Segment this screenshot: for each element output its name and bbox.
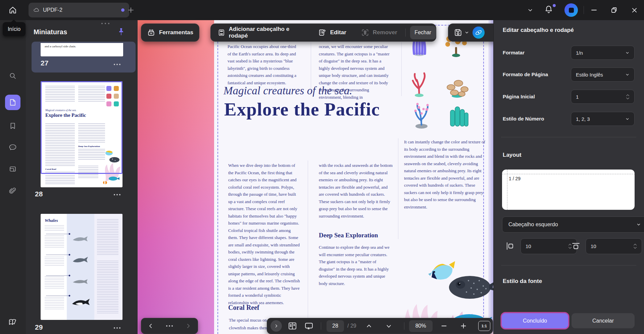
page-28-thumbnail[interactable]: Magical creatures of the sea. Explore th…: [41, 81, 122, 187]
thumbnail-row-27[interactable]: and a carboxyl side chain. 27: [32, 42, 136, 73]
bookmarks-button[interactable]: [5, 118, 20, 134]
top-margin-value: 10: [591, 243, 596, 249]
restore-button[interactable]: [608, 4, 620, 16]
stepper-arrows[interactable]: [626, 94, 630, 100]
remove-label: Remover: [373, 29, 397, 36]
edit-pencil-icon: [318, 29, 327, 37]
butterflyfish: [428, 238, 493, 280]
doc-col2-deep: Continue to explore the deep sea and we …: [319, 244, 393, 287]
bell-icon: [544, 5, 553, 14]
save-options-chevron-icon[interactable]: [464, 30, 469, 35]
mini-whale-art: [41, 214, 122, 320]
stepper-down-icon: [633, 247, 637, 249]
expand-toolbar-button[interactable]: [270, 320, 282, 332]
home-tooltip: Início: [3, 22, 26, 36]
remove-button[interactable]: Remover: [361, 29, 397, 37]
number-style-dropdown[interactable]: 1, 2, 3: [571, 112, 635, 126]
tools-label: Ferramentas: [159, 29, 193, 36]
next-page-button[interactable]: [386, 323, 392, 329]
add-header-footer-label: Adicionar cabeçalho e rodapé: [229, 26, 302, 39]
save-icon[interactable]: [454, 28, 462, 37]
attachment-card-icon: [9, 165, 17, 173]
ai-assistant-button[interactable]: [473, 27, 485, 39]
two-page-book-icon: [288, 322, 297, 330]
comments-button[interactable]: [5, 140, 20, 155]
account-avatar[interactable]: [564, 3, 578, 17]
number-style-value: 1, 2, 3: [576, 116, 590, 122]
close-header-footer-button[interactable]: Fechar: [410, 26, 436, 39]
layout-preview[interactable]: 1 / 29: [502, 170, 635, 210]
add-header-footer-button[interactable]: Adicionar cabeçalho e rodapé: [218, 26, 302, 39]
presentation-button[interactable]: [304, 322, 313, 330]
cancel-button[interactable]: Cancelar: [572, 313, 635, 328]
attachments-button[interactable]: [5, 161, 20, 177]
document-viewport[interactable]: Pacific Ocean occupies about one-third o…: [138, 20, 493, 334]
thumbnails-panel-button[interactable]: [5, 95, 20, 110]
next-page-icon[interactable]: [185, 323, 191, 329]
avatar-glyph: [569, 8, 574, 13]
edit-button[interactable]: Editar: [318, 29, 346, 37]
minimize-button[interactable]: [588, 4, 600, 16]
layout-section-label: Layout: [503, 152, 522, 158]
close-label: Fechar: [414, 30, 431, 36]
top-margin-input[interactable]: 10: [586, 238, 642, 254]
paperclip-button[interactable]: [5, 183, 20, 199]
current-page-input[interactable]: 28: [327, 320, 344, 332]
page-29-more-button[interactable]: [114, 327, 120, 329]
previous-page-button[interactable]: [366, 323, 372, 329]
close-window-button[interactable]: [628, 4, 640, 16]
pin-panel-button[interactable]: [117, 28, 125, 36]
page-nav-mini-toolbar: [141, 318, 198, 334]
reading-layout-button[interactable]: [288, 322, 297, 330]
panel-drag-handle[interactable]: [101, 23, 109, 24]
zoom-out-button[interactable]: [441, 323, 447, 329]
reader-mode-button[interactable]: [5, 314, 20, 330]
page-28-number: 28: [35, 190, 43, 198]
doc-subtitle: Magical creatures of the sea.: [224, 85, 352, 97]
pin-icon: [117, 28, 125, 36]
doc-col1-top: Pacific Ocean occupies about one-third o…: [228, 43, 299, 86]
paperclip-icon: [9, 187, 17, 195]
notifications-button[interactable]: [544, 5, 555, 15]
prev-page-icon[interactable]: [148, 323, 154, 329]
mini-more-button[interactable]: [166, 325, 173, 327]
header-position-dropdown[interactable]: Cabeçalho esquerdo: [502, 217, 644, 233]
menu-collapse-button[interactable]: [524, 4, 536, 16]
left-margin-value: 10: [526, 243, 531, 249]
format-dropdown[interactable]: 1/n: [571, 46, 635, 60]
tools-button[interactable]: Ferramentas: [141, 23, 199, 42]
zoom-level-input[interactable]: 80%: [409, 320, 433, 332]
notification-badge: [553, 4, 556, 7]
page-format-dropdown[interactable]: Estilo Inglês: [571, 67, 635, 82]
panel-title: Editar cabeçalho e rodapé: [503, 26, 577, 34]
page-28-more-button[interactable]: [114, 194, 120, 195]
stepper-arrows[interactable]: [633, 243, 637, 249]
done-button[interactable]: Concluído: [502, 313, 568, 328]
stepper-up-icon: [626, 94, 630, 96]
page-27-thumbnail[interactable]: and a carboxyl side chain.: [41, 43, 123, 56]
top-margin-icon: [572, 242, 580, 250]
page-format-label: Formato de Página: [503, 71, 548, 77]
page-27-more-button[interactable]: [114, 64, 120, 65]
page-27-text-fragment: and a carboxyl side chain.: [45, 45, 123, 48]
edit-label: Editar: [330, 29, 346, 36]
actual-size-label: 1:1: [482, 324, 487, 328]
current-page-value: 28: [332, 323, 338, 329]
home-button[interactable]: [5, 2, 21, 18]
actual-size-button[interactable]: 1:1: [478, 321, 490, 331]
pdf-page[interactable]: Pacific Ocean occupies about one-third o…: [214, 20, 493, 334]
document-tab[interactable]: UPDF-2: [29, 3, 129, 17]
format-label: Formatar: [503, 50, 525, 55]
left-margin-input[interactable]: 10: [521, 238, 577, 254]
new-tab-button[interactable]: [125, 4, 137, 16]
left-margin-guide[interactable]: [217, 25, 218, 334]
page-29-thumbnail[interactable]: Whales: [41, 214, 122, 320]
remove-trash-icon: [361, 29, 369, 37]
titlebar: UPDF-2: [0, 0, 644, 20]
preview-margin-guide: [507, 170, 507, 210]
search-icon: [9, 72, 17, 80]
zoom-in-button[interactable]: [460, 323, 467, 329]
search-button[interactable]: [5, 68, 20, 84]
toolbar-divider: [405, 29, 406, 37]
start-page-stepper[interactable]: 1: [571, 90, 635, 104]
